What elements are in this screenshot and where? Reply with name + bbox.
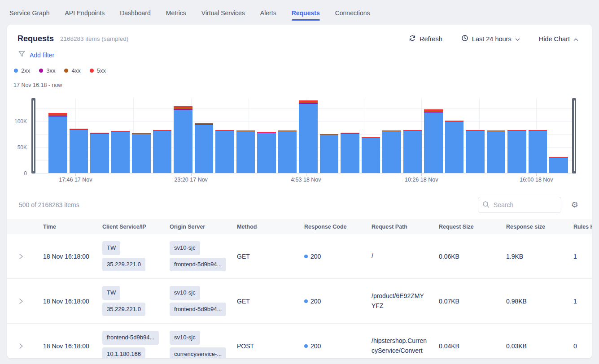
refresh-button[interactable]: Refresh (409, 35, 442, 43)
column-header-request-size: Request Size (439, 224, 506, 230)
brush-handle-left[interactable] (31, 98, 35, 173)
cell-response-size: 1.9KB (506, 253, 573, 260)
table-row[interactable]: 18 Nov 16:18:00TW35.229.221.0sv10-sjcfro… (7, 279, 592, 324)
chart-bar[interactable] (445, 121, 464, 173)
tab-metrics[interactable]: Metrics (166, 9, 186, 21)
tag-pill[interactable]: TW (102, 241, 120, 255)
tag-pill[interactable]: sv10-sjc (170, 331, 200, 344)
brush-handle-right[interactable] (572, 98, 576, 173)
table-row[interactable]: 18 Nov 16:18:00frontend-5d9b94...10.1.18… (7, 324, 592, 358)
y-tick-label: 0 (24, 170, 27, 177)
chart-bar[interactable] (362, 137, 380, 173)
tab-connections[interactable]: Connections (335, 9, 370, 21)
chart-bar[interactable] (466, 130, 485, 173)
items-summary: 2168283 items (sampled) (60, 35, 128, 42)
legend-item-3xx: 3xx (39, 67, 55, 74)
tag-pill[interactable]: 35.229.221.0 (102, 258, 145, 271)
tag-pill[interactable]: 35.229.221.0 (102, 303, 145, 316)
legend-label-2xx: 2xx (21, 67, 30, 74)
row-expander[interactable] (7, 298, 43, 304)
chart-bar[interactable] (257, 132, 276, 173)
cell-response-code: 200 (304, 342, 372, 350)
chart-bar[interactable] (174, 106, 192, 173)
bar-segment-2xx (424, 113, 443, 173)
cell-request-size: 0.07KB (439, 298, 506, 305)
tab-api-endpoints[interactable]: API Endpoints (65, 9, 105, 21)
chart-bar[interactable] (529, 130, 547, 173)
chart-bar[interactable] (278, 130, 297, 173)
bar-segment-2xx (529, 131, 547, 173)
table-row[interactable]: 18 Nov 16:18:00TW35.229.221.0sv10-sjcfro… (7, 234, 592, 279)
hide-chart-label: Hide Chart (539, 35, 570, 43)
chart-bar[interactable] (424, 109, 443, 173)
chevron-up-icon (573, 35, 578, 43)
tag-pill[interactable]: TW (102, 286, 120, 299)
result-count: 500 of 2168283 items (19, 201, 79, 208)
chart-bar[interactable] (487, 130, 506, 173)
hide-chart-toggle[interactable]: Hide Chart (539, 35, 578, 43)
bar-segment-2xx (70, 130, 88, 173)
time-range-label: Last 24 hours (472, 35, 512, 43)
chart-bar[interactable] (507, 130, 526, 173)
chevron-right-icon (19, 298, 23, 304)
chart-plot-area (31, 98, 576, 173)
column-header-response-size: Response size (506, 224, 573, 230)
tag-pill[interactable]: currencyservice-... (170, 347, 226, 359)
chart-bar[interactable] (70, 129, 88, 173)
requests-chart: 050K100K 17:46 17 Nov23:20 17 Nov4:53 18… (13, 98, 576, 185)
chart-bar[interactable] (549, 157, 568, 173)
chart-bar[interactable] (382, 130, 401, 173)
chevron-right-icon (19, 253, 23, 260)
tab-service-graph[interactable]: Service Graph (9, 9, 49, 21)
chart-bar[interactable] (153, 130, 172, 173)
bar-segment-2xx (549, 158, 568, 173)
legend-dot-3xx (39, 69, 43, 73)
status-dot (304, 344, 308, 348)
legend-label-5xx: 5xx (97, 67, 106, 74)
search-input[interactable] (478, 197, 561, 213)
x-tick-mark (306, 173, 306, 176)
add-filter-button[interactable]: Add filter (30, 52, 54, 59)
chart-bar[interactable] (403, 130, 422, 173)
tag-pill[interactable]: frontend-5d9b94... (170, 258, 226, 271)
response-code-value: 200 (310, 342, 321, 350)
cell-request-path: / (372, 251, 439, 261)
chart-bar[interactable] (90, 133, 109, 174)
chart-bar[interactable] (299, 100, 318, 173)
y-tick-label: 50K (17, 144, 27, 151)
cell-client: TW35.229.221.0 (102, 286, 170, 316)
tab-requests[interactable]: Requests (292, 9, 320, 21)
row-expander[interactable] (7, 343, 43, 349)
chart-bar[interactable] (341, 133, 359, 174)
tab-dashboard[interactable]: Dashboard (120, 9, 151, 21)
tag-pill[interactable]: 10.1.180.166 (102, 347, 145, 359)
gear-icon[interactable]: ⚙ (571, 201, 578, 209)
tag-pill[interactable]: frontend-5d9b94... (102, 331, 159, 344)
tab-virtual-services[interactable]: Virtual Services (201, 9, 245, 21)
tag-pill[interactable]: sv10-sjc (170, 241, 200, 255)
time-range-select[interactable]: Last 24 hours (461, 35, 520, 43)
cell-time: 18 Nov 16:18:00 (43, 342, 102, 350)
bar-segment-2xx (362, 138, 380, 173)
chart-bar[interactable] (48, 113, 67, 173)
chart-bar[interactable] (195, 123, 214, 173)
tag-pill[interactable]: frontend-5d9b94... (170, 303, 226, 316)
top-nav: Service GraphAPI EndpointsDashboardMetri… (0, 0, 599, 21)
chart-bar[interactable] (215, 130, 234, 173)
chart-bar[interactable] (236, 130, 255, 173)
bar-segment-2xx (90, 134, 109, 173)
cell-client: frontend-5d9b94...10.1.180.166 (102, 331, 170, 358)
chart-bar[interactable] (320, 134, 339, 173)
cell-request-size: 0.04KB (439, 342, 506, 350)
tag-pill[interactable]: sv10-sjc (170, 286, 200, 299)
tab-alerts[interactable]: Alerts (260, 9, 276, 21)
x-axis: 17:46 17 Nov23:20 17 Nov4:53 18 Nov10:26… (31, 173, 576, 185)
legend-dot-4xx (64, 69, 68, 73)
cell-time: 18 Nov 16:18:00 (43, 298, 102, 305)
chart-bar[interactable] (132, 133, 151, 173)
row-expander[interactable] (7, 253, 43, 260)
chart-bar[interactable] (111, 131, 130, 173)
x-tick-label: 17:46 17 Nov (59, 177, 92, 183)
bar-segment-2xx (382, 131, 401, 173)
column-header-response-code: Response Code (304, 224, 372, 230)
